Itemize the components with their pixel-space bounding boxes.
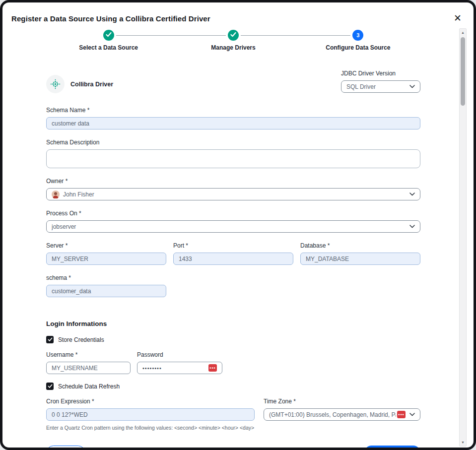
check-icon (230, 32, 236, 38)
cron-expression-field: Cron Expression * 0 0 12?*WED Enter a Qu… (46, 398, 255, 431)
server-input[interactable]: MY_SERVER (46, 253, 166, 265)
password-manager-icon[interactable]: ••• (208, 364, 217, 372)
password-input[interactable]: •••••••• ••• (137, 362, 222, 374)
close-icon[interactable]: ✕ (454, 13, 462, 23)
schema-description-field: Schema Description (46, 139, 420, 168)
schema-description-label: Schema Description (46, 139, 420, 146)
password-manager-icon[interactable]: ••• (397, 411, 406, 418)
schema-name-label: Schema Name * (46, 107, 420, 114)
username-field: Username * MY_USERNAME (46, 351, 131, 374)
credentials-row: Username * MY_USERNAME Password ••••••••… (46, 351, 420, 374)
cron-expression-input[interactable]: 0 0 12?*WED (46, 408, 255, 421)
driver-row: Collibra Driver JDBC Driver Version SQL … (46, 70, 420, 93)
connection-row: Server * MY_SERVER Port * 1433 Database … (46, 242, 420, 265)
process-on-label: Process On * (46, 210, 420, 217)
password-label: Password (137, 351, 222, 358)
step-manage-drivers[interactable]: Manage Drivers (171, 30, 295, 51)
scroll-down-icon[interactable]: ▼ (461, 439, 465, 446)
modal-title: Register a Data Source Using a Collibra … (11, 14, 462, 23)
cron-help-text: Enter a Quartz Cron pattern using the fo… (46, 425, 255, 431)
port-input[interactable]: 1433 (173, 253, 293, 265)
checkbox-checked-icon (46, 383, 54, 390)
username-label: Username * (46, 351, 131, 358)
check-icon (106, 32, 112, 38)
form-content: Collibra Driver JDBC Driver Version SQL … (46, 70, 420, 450)
schema-name-field: Schema Name * customer data (46, 107, 420, 129)
login-section-title: Login Informations (46, 320, 420, 327)
schedule-row: Cron Expression * 0 0 12?*WED Enter a Qu… (46, 398, 420, 431)
step-select-data-source[interactable]: Select a Data Source (46, 30, 171, 51)
timezone-field: Time Zone * (GMT+01:00) Brussels, Copenh… (264, 398, 420, 431)
step-label: Configure Data Source (326, 44, 390, 51)
scrollbar[interactable]: ▲ ▼ (459, 28, 467, 447)
register-data-source-modal: Register a Data Source Using a Collibra … (0, 0, 476, 450)
process-on-select[interactable]: jobserver (46, 220, 420, 233)
process-on-field: Process On * jobserver (46, 210, 420, 233)
owner-avatar (52, 191, 60, 198)
owner-value: John Fisher (63, 191, 94, 198)
port-field: Port * 1433 (173, 242, 293, 265)
scroll-up-icon[interactable]: ▲ (461, 29, 465, 36)
owner-field: Owner * John Fisher (46, 178, 420, 200)
jdbc-version-label: JDBC Driver Version (341, 70, 420, 77)
save-create-button[interactable]: Save & Create (364, 446, 420, 450)
schema-name-input[interactable]: customer data (46, 117, 420, 129)
database-label: Database * (300, 242, 420, 249)
owner-label: Owner * (46, 178, 420, 185)
schema-field: schema * customer_data (46, 274, 420, 297)
server-label: Server * (46, 242, 166, 249)
schedule-refresh-label: Schedule Data Refresh (58, 383, 120, 390)
stepper: Select a Data Source Manage Drivers 3 Co… (46, 30, 420, 51)
cron-expression-label: Cron Expression * (46, 398, 255, 405)
database-input[interactable]: MY_DATABASE (300, 253, 420, 265)
chevron-down-icon (409, 413, 415, 416)
checkbox-checked-icon (46, 336, 54, 343)
database-field: Database * MY_DATABASE (300, 242, 420, 265)
schema-input[interactable]: customer_data (46, 285, 166, 297)
jdbc-version-select[interactable]: SQL Driver (341, 80, 420, 93)
port-label: Port * (173, 242, 293, 249)
step-number-badge: 3 (352, 30, 363, 41)
step-label: Manage Drivers (211, 44, 255, 51)
collibra-logo-icon (46, 75, 65, 93)
step-connector-line (241, 35, 350, 36)
schema-label: schema * (46, 274, 420, 281)
schema-description-input[interactable] (46, 149, 420, 168)
driver-identity: Collibra Driver (46, 75, 113, 93)
password-field: Password •••••••• ••• (137, 351, 222, 374)
step-connector-line (116, 35, 226, 36)
modal-footer: ← Back Save & Create (46, 446, 420, 450)
chevron-down-icon (409, 225, 415, 228)
username-input[interactable]: MY_USERNAME (46, 362, 131, 374)
step-label: Select a Data Source (79, 44, 138, 51)
schedule-refresh-checkbox[interactable]: Schedule Data Refresh (46, 383, 420, 390)
store-credentials-checkbox[interactable]: Store Credentials (46, 336, 420, 343)
modal-header: Register a Data Source Using a Collibra … (2, 2, 474, 23)
store-credentials-label: Store Credentials (58, 336, 104, 343)
step-complete-badge (228, 30, 239, 41)
step-configure-data-source[interactable]: 3 Configure Data Source (296, 30, 420, 51)
jdbc-version-block: JDBC Driver Version SQL Driver (341, 70, 420, 93)
driver-name: Collibra Driver (70, 81, 113, 88)
server-field: Server * MY_SERVER (46, 242, 166, 265)
chevron-down-icon (409, 85, 415, 88)
back-button[interactable]: ← Back (46, 446, 85, 450)
timezone-label: Time Zone * (264, 398, 420, 405)
step-complete-badge (103, 30, 114, 41)
chevron-down-icon (409, 193, 415, 196)
owner-select[interactable]: John Fisher (46, 188, 420, 200)
timezone-select[interactable]: (GMT+01:00) Brussels, Copenhagen, Madrid… (264, 408, 420, 421)
scrollbar-thumb[interactable] (461, 37, 465, 106)
